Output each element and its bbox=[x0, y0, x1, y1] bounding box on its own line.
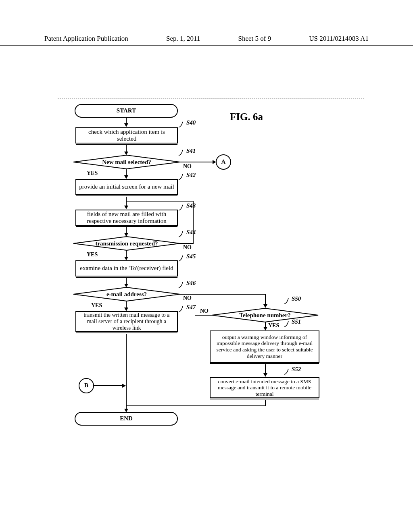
arrow bbox=[265, 294, 266, 305]
arrow bbox=[126, 334, 127, 409]
label-s52: S52 bbox=[292, 366, 301, 373]
text-s52: convert e-mail intended message to a SMS… bbox=[213, 378, 316, 397]
ref-s40 bbox=[178, 121, 186, 128]
header-date: Sep. 1, 2011 bbox=[166, 35, 200, 43]
connector-b-label: B bbox=[84, 382, 88, 389]
process-s42: provide an initial screen for a new mail bbox=[75, 179, 178, 195]
arrow bbox=[193, 201, 194, 244]
label-s44: S44 bbox=[186, 229, 196, 236]
decision-s46: e-mail address? bbox=[73, 287, 180, 301]
text-s42: provide an initial screen for a new mail bbox=[79, 183, 174, 190]
label-s47: S47 bbox=[186, 304, 196, 311]
figure-title: FIG. 6a bbox=[230, 111, 263, 123]
start-terminal: START bbox=[75, 104, 178, 118]
decision-s50: Telephone number? bbox=[211, 308, 319, 322]
process-s47: transmit the written mail message to a m… bbox=[75, 311, 178, 332]
label-s42: S42 bbox=[186, 172, 196, 179]
decorative-rule bbox=[58, 98, 364, 99]
arrow bbox=[180, 162, 213, 162]
text-s46: e-mail address? bbox=[106, 291, 147, 298]
arrow bbox=[195, 315, 212, 316]
start-label: START bbox=[117, 107, 136, 114]
text-s50: Telephone number? bbox=[239, 312, 290, 319]
ref-s50 bbox=[284, 297, 292, 305]
header-pubno: US 2011/0214083 A1 bbox=[309, 35, 369, 43]
decision-s44: transmission requested? bbox=[73, 236, 180, 251]
arrowhead-icon bbox=[263, 327, 267, 330]
text-s40: check which application item is selected bbox=[79, 129, 175, 143]
text-s43: fields of new mail are filled with respe… bbox=[79, 211, 175, 225]
text-s45: examine data in the 'To'(receiver) field bbox=[80, 265, 173, 272]
process-s52: convert e-mail intended message to a SMS… bbox=[210, 377, 319, 398]
connector-a-label: A bbox=[221, 158, 226, 165]
arrow bbox=[127, 405, 266, 406]
label-s40: S40 bbox=[186, 119, 196, 126]
ref-s51 bbox=[284, 320, 292, 328]
edge-yes-s44: YES bbox=[87, 251, 98, 258]
label-s46: S46 bbox=[186, 280, 196, 287]
ref-s45 bbox=[178, 255, 186, 262]
header-sheet: Sheet 5 of 9 bbox=[238, 35, 271, 43]
edge-no-s46: NO bbox=[183, 295, 192, 301]
arrowhead-icon bbox=[263, 304, 267, 308]
edge-yes-s50: YES bbox=[268, 322, 279, 329]
edge-yes-s41: YES bbox=[87, 170, 98, 177]
header-left: Patent Application Publication bbox=[44, 35, 128, 43]
arrow bbox=[265, 364, 266, 374]
arrowhead-icon bbox=[122, 384, 126, 388]
arrowhead-icon bbox=[263, 373, 267, 377]
ref-s43 bbox=[178, 204, 186, 211]
arrowhead-icon bbox=[124, 206, 128, 209]
ref-s52 bbox=[284, 368, 292, 375]
process-s51: output a warning window informing of imp… bbox=[210, 330, 319, 363]
edge-no-s41: NO bbox=[183, 163, 192, 170]
arrowhead-icon bbox=[124, 123, 128, 127]
connector-a: A bbox=[216, 154, 231, 170]
decision-s41: New mail selected? bbox=[73, 155, 180, 169]
arrow bbox=[126, 197, 127, 206]
connector-b: B bbox=[79, 378, 94, 393]
arrow bbox=[180, 243, 194, 244]
arrowhead-icon bbox=[124, 308, 128, 311]
arrow bbox=[126, 201, 194, 202]
label-s41: S41 bbox=[186, 148, 196, 154]
text-s47: transmit the written mail message to a m… bbox=[79, 312, 175, 331]
ref-s42 bbox=[178, 173, 186, 181]
text-s51: output a warning window informing of imp… bbox=[213, 334, 316, 359]
arrow bbox=[94, 385, 123, 386]
label-s45: S45 bbox=[186, 253, 196, 260]
text-s44: transmission requested? bbox=[95, 240, 158, 247]
edge-no-s44: NO bbox=[183, 244, 192, 251]
ref-s47 bbox=[178, 305, 186, 313]
page-header: Patent Application Publication Sep. 1, 2… bbox=[0, 35, 413, 46]
process-s43: fields of new mail are filled with respe… bbox=[75, 210, 178, 226]
end-terminal: END bbox=[75, 412, 178, 426]
arrowhead-icon bbox=[124, 175, 128, 179]
arrowhead-icon bbox=[124, 257, 128, 260]
arrow bbox=[180, 294, 266, 295]
label-s43: S43 bbox=[186, 202, 196, 209]
label-s51: S51 bbox=[292, 318, 301, 325]
process-s45: examine data in the 'To'(receiver) field bbox=[75, 260, 178, 276]
edge-yes-s46: YES bbox=[91, 302, 102, 309]
text-s41: New mail selected? bbox=[102, 159, 151, 166]
label-s50: S50 bbox=[292, 295, 301, 302]
end-label: END bbox=[120, 415, 133, 422]
process-s40: check which application item is selected bbox=[75, 127, 178, 143]
edge-no-s50: NO bbox=[200, 308, 209, 314]
